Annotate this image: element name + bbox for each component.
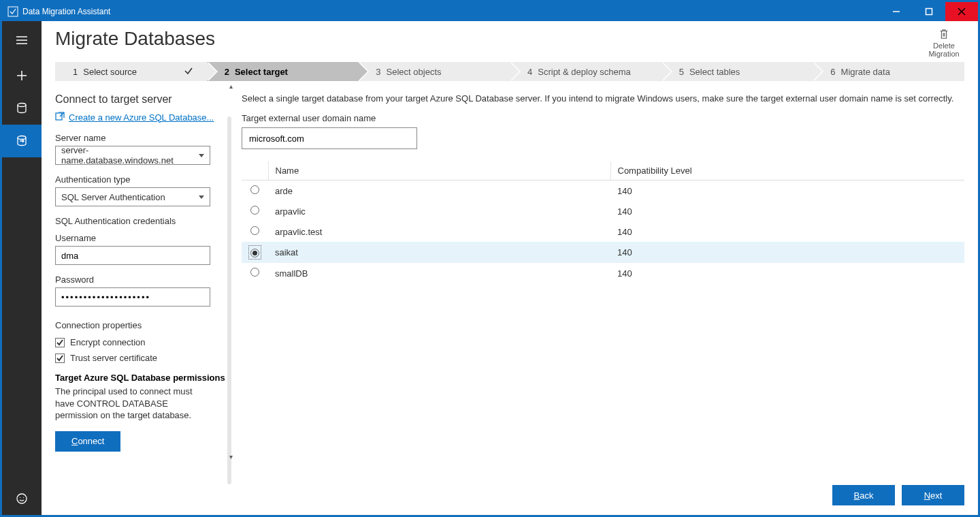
svg-point-13	[20, 497, 20, 498]
table-row[interactable]: saikat140	[242, 242, 964, 263]
feedback-button[interactable]	[2, 482, 42, 515]
scroll-up-arrow[interactable]: ▴	[229, 82, 233, 90]
domain-input[interactable]	[242, 127, 417, 149]
db-compat: 140	[610, 221, 964, 242]
perm-text: The principal used to connect must have …	[55, 386, 210, 422]
auth-type-label: Authentication type	[55, 174, 227, 185]
new-project-button[interactable]	[2, 59, 42, 92]
app-title: Data Migration Assistant	[22, 7, 110, 16]
svg-point-14	[23, 497, 24, 498]
table-row[interactable]: smallDB140	[242, 263, 964, 283]
page-title: Migrate Databases	[55, 28, 924, 50]
db-name: arde	[268, 181, 610, 202]
next-button[interactable]: Next	[902, 485, 964, 505]
table-row[interactable]: arpavlic.test140	[242, 221, 964, 242]
db-radio[interactable]	[250, 185, 259, 194]
table-row[interactable]: arpavlic140	[242, 201, 964, 221]
footer-buttons: Back Next	[832, 485, 964, 505]
assessment-icon[interactable]	[2, 92, 42, 125]
db-compat: 140	[610, 242, 964, 263]
username-input[interactable]	[55, 246, 210, 265]
password-input[interactable]	[55, 287, 210, 307]
migration-icon[interactable]	[2, 125, 42, 157]
app-icon	[7, 6, 18, 17]
password-label: Password	[55, 275, 227, 285]
step-nav: 1Select source2Select target3Select obje…	[55, 62, 964, 81]
trust-cert-checkbox[interactable]: Trust server certificate	[55, 353, 227, 363]
connect-panel: Connect to target server Create a new Az…	[55, 81, 227, 507]
svg-point-11	[18, 136, 26, 140]
db-radio[interactable]	[250, 226, 259, 235]
svg-point-10	[18, 104, 26, 107]
col-name: Name	[268, 161, 610, 181]
db-compat: 140	[610, 263, 964, 283]
step-5[interactable]: 5Select tables	[662, 62, 813, 81]
server-name-select[interactable]: server-name.database.windows.net	[55, 146, 210, 165]
step-1[interactable]: 1Select source	[55, 62, 207, 81]
database-table: Name Compatibility Level arde140arpavlic…	[242, 161, 964, 283]
create-db-link[interactable]: Create a new Azure SQL Database...	[69, 112, 214, 123]
back-button[interactable]: Back	[832, 485, 895, 505]
delete-migration-button[interactable]: Delete Migration	[924, 28, 964, 58]
col-compat: Compatibility Level	[610, 161, 964, 181]
encrypt-checkbox[interactable]: Encrypt connection	[55, 337, 227, 347]
db-radio[interactable]	[250, 249, 259, 257]
hamburger-button[interactable]	[2, 21, 42, 59]
delete-label: Delete Migration	[928, 42, 959, 58]
connect-button[interactable]: Connect	[55, 431, 120, 452]
db-name: smallDB	[268, 263, 610, 283]
table-row[interactable]: arde140	[242, 181, 964, 202]
db-radio[interactable]	[250, 206, 259, 215]
check-icon	[184, 66, 193, 78]
svg-rect-2	[926, 9, 932, 15]
db-name: arpavlic.test	[268, 221, 610, 242]
conn-props-label: Connection properties	[55, 320, 227, 330]
svg-rect-17	[56, 113, 62, 120]
titlebar: Data Migration Assistant	[2, 2, 978, 21]
db-compat: 140	[610, 201, 964, 221]
domain-label: Target external user domain name	[242, 113, 964, 123]
db-name: arpavlic	[268, 201, 610, 221]
panel-scrollbar[interactable]	[227, 81, 232, 507]
step-3[interactable]: 3Select objects	[358, 62, 510, 81]
username-label: Username	[55, 233, 227, 243]
perm-title: Target Azure SQL Database permissions	[55, 373, 227, 383]
external-link-icon	[55, 111, 65, 123]
db-compat: 140	[610, 181, 964, 202]
target-db-panel: Select a single target database from you…	[232, 81, 964, 507]
nav-rail	[2, 21, 42, 515]
minimize-button[interactable]	[880, 2, 913, 21]
db-name: saikat	[268, 242, 610, 263]
creds-label: SQL Authentication credentials	[55, 216, 227, 226]
step-2[interactable]: 2Select target	[207, 62, 359, 81]
maximize-button[interactable]	[913, 2, 945, 21]
server-name-label: Server name	[55, 133, 227, 143]
scroll-down-arrow[interactable]: ▾	[229, 453, 233, 460]
db-radio[interactable]	[250, 268, 259, 277]
auth-type-select[interactable]: SQL Server Authentication	[55, 187, 210, 206]
svg-rect-0	[8, 7, 18, 16]
svg-point-12	[17, 494, 27, 503]
instruction-text: Select a single target database from you…	[242, 93, 964, 104]
step-4[interactable]: 4Script & deploy schema	[510, 62, 662, 81]
step-6[interactable]: 6Migrate data	[813, 62, 964, 81]
connect-heading: Connect to target server	[55, 93, 227, 106]
close-button[interactable]	[945, 2, 978, 21]
